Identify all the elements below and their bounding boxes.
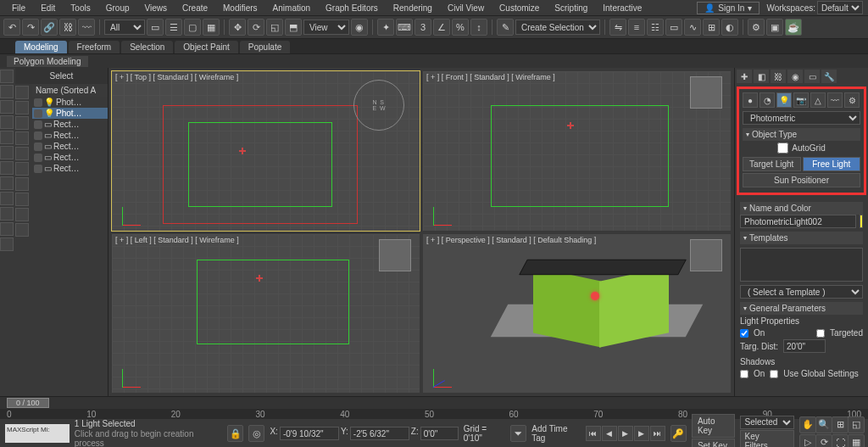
helpers-category-icon[interactable]: △ [810,92,826,108]
left-tool-12[interactable] [0,237,14,251]
filter-frozen-icon[interactable] [15,223,29,237]
left-tool-9[interactable] [0,192,14,205]
cameras-category-icon[interactable]: 📷 [793,92,809,108]
workspace-dropdown[interactable]: Default [817,1,863,14]
filter-cameras-icon[interactable] [15,131,29,145]
edit-selection-set-button[interactable]: ✎ [497,19,514,36]
left-tool-1[interactable] [0,70,14,83]
filter-shapes-icon[interactable] [15,101,29,115]
select-move-button[interactable]: ✥ [229,19,246,36]
menu-group[interactable]: Group [99,2,136,14]
viewcube[interactable] [690,239,722,271]
angle-snap-button[interactable]: ∠ [433,19,450,36]
scene-item[interactable]: ▭Rect… [32,163,108,174]
ribbon-tab-freeform[interactable]: Freeform [69,41,120,53]
x-coord-field[interactable] [280,427,339,440]
object-type-rollout[interactable]: Object Type [743,128,860,141]
left-tool-7[interactable] [0,161,14,175]
targ-dist-spinner[interactable] [783,339,826,353]
ribbon-tab-object-paint[interactable]: Object Paint [175,41,237,53]
menu-animation[interactable]: Animation [266,2,317,14]
next-frame-button[interactable]: ▶ [634,426,649,441]
general-parameters-rollout[interactable]: General Parameters [740,302,863,315]
prev-frame-button[interactable]: ◀ [602,426,617,441]
goto-end-button[interactable]: ⏭ [650,426,665,441]
filter-lights-icon[interactable] [15,116,29,130]
left-tool-4[interactable] [0,115,14,129]
scene-item[interactable]: 💡Phot… [32,108,108,119]
bind-space-warp-button[interactable]: 〰 [78,19,95,36]
time-slider-thumb[interactable]: 0 / 100 [7,398,49,408]
link-button[interactable]: 🔗 [41,19,58,36]
menu-rendering[interactable]: Rendering [387,2,439,14]
zoom-extents-button[interactable]: ◱ [848,416,865,433]
y-coord-field[interactable] [350,427,409,440]
walk-through-button[interactable]: ▦ [848,434,865,448]
fov-button[interactable]: ▷ [799,434,816,448]
target-light-button[interactable]: Target Light [743,157,801,171]
viewcube[interactable]: N SE W [353,80,404,131]
select-by-name-button[interactable]: ☰ [165,19,182,36]
filter-groups-icon[interactable] [15,193,29,206]
auto-key-button[interactable]: Auto Key [692,414,736,438]
use-global-checkbox[interactable] [770,370,778,378]
create-tab[interactable]: ✚ [737,70,752,83]
select-scale-button[interactable]: ◱ [266,19,283,36]
redo-button[interactable]: ↷ [22,19,39,36]
hierarchy-tab[interactable]: ⛓ [771,70,786,83]
shapes-category-icon[interactable]: ◔ [760,92,775,108]
ribbon-tab-selection[interactable]: Selection [121,41,173,53]
systems-category-icon[interactable]: ⚙ [844,92,860,108]
unlink-button[interactable]: ⛓ [59,19,76,36]
menu-edit[interactable]: Edit [34,2,62,14]
mirror-button[interactable]: ⇋ [609,19,626,36]
viewport-perspective[interactable]: [ + ] [ Perspective ] [ Standard ] [ Def… [423,234,731,394]
ribbon-panel-polygon-modeling[interactable]: Polygon Modeling [7,56,88,67]
scene-list-header[interactable]: Name (Sorted A [32,84,108,97]
orbit-button[interactable]: ⟳ [815,434,832,448]
motion-tab[interactable]: ◉ [787,70,803,83]
shadows-on-checkbox[interactable] [740,370,748,378]
menu-customize[interactable]: Customize [492,2,546,14]
material-editor-button[interactable]: ◐ [721,19,738,36]
light-gizmo[interactable] [256,275,263,282]
zoom-all-button[interactable]: ⊞ [832,416,849,433]
set-key-button[interactable]: Set Key [692,439,736,447]
manipulate-button[interactable]: ✦ [377,19,394,36]
render-button[interactable]: ☕ [785,19,802,36]
key-filters-button[interactable]: Key Filters… [740,430,794,448]
templates-rollout[interactable]: Templates [740,232,863,244]
maximize-viewport-button[interactable]: ⛶ [832,434,849,448]
add-time-tag[interactable]: Add Time Tag [531,424,581,443]
filter-hidden-icon[interactable] [15,208,29,221]
key-mode-dropdown[interactable]: Selected [740,416,794,429]
light-gizmo[interactable] [591,292,599,300]
left-tool-3[interactable] [0,100,14,114]
visibility-icon[interactable] [34,165,42,173]
targeted-checkbox[interactable] [816,329,825,338]
sun-positioner-button[interactable]: Sun Positioner [743,173,860,187]
scene-item[interactable]: ▭Rect… [32,152,108,163]
left-tool-5[interactable] [0,131,14,144]
time-tag-icon[interactable]: ⏷ [510,425,526,442]
sign-in-button[interactable]: 👤 Sign In ▾ [697,2,760,14]
filter-geometry-icon[interactable] [15,86,29,99]
render-setup-button[interactable]: ⚙ [748,19,765,36]
visibility-icon[interactable] [34,120,42,129]
color-swatch[interactable] [860,215,863,228]
pan-view-button[interactable]: ✋ [799,416,816,433]
left-tool-8[interactable] [0,176,14,190]
menu-views[interactable]: Views [138,2,175,14]
key-mode-icon[interactable]: 🔑 [670,425,687,442]
select-region-button[interactable]: ▢ [184,19,201,36]
autogrid-checkbox[interactable] [777,142,788,154]
menu-graph-editors[interactable]: Graph Editors [319,2,385,14]
goto-start-button[interactable]: ⏮ [586,426,601,441]
ribbon-tab-populate[interactable]: Populate [240,41,290,53]
rendered-frame-button[interactable]: ▣ [766,19,783,36]
viewcube[interactable] [379,239,411,271]
menu-file[interactable]: File [5,2,32,14]
filter-spacewarps-icon[interactable] [15,162,29,176]
modify-tab[interactable]: ◧ [754,70,769,83]
zoom-button[interactable]: 🔍 [815,416,832,433]
